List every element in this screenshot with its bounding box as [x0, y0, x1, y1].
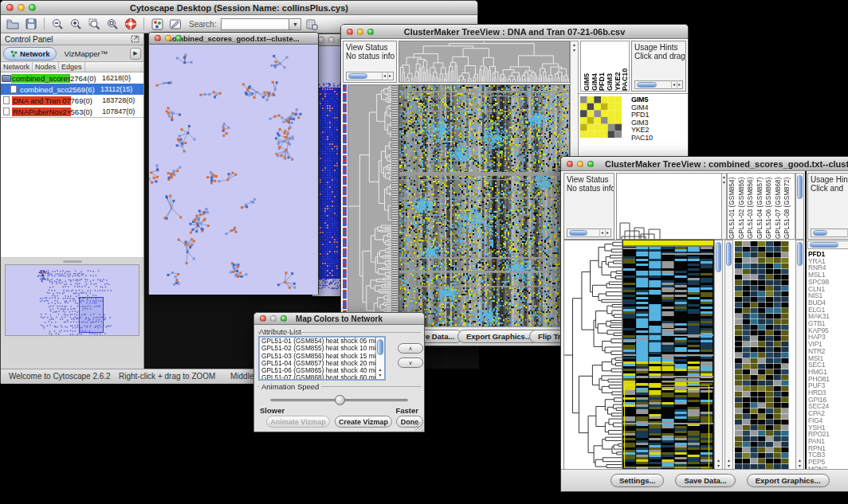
experiment-label[interactable]: GPL51-04 (GSM857) — [756, 174, 766, 239]
column-gene-label[interactable]: GIM3 — [606, 41, 614, 91]
column-gene-label[interactable]: PFD1 — [598, 41, 606, 91]
combined-zoom-heatmap[interactable] — [735, 241, 789, 469]
zoom-left-vscrollbar[interactable]: ▴▾ — [724, 240, 733, 471]
close-button[interactable] — [318, 37, 324, 43]
minimize-button[interactable] — [357, 29, 363, 35]
zoom-button[interactable] — [175, 35, 182, 41]
column-header[interactable]: Nodes — [33, 62, 59, 72]
zoom-button[interactable] — [281, 315, 287, 322]
zoom-fit-icon[interactable] — [104, 17, 120, 32]
view-status-title: View Status — [567, 175, 611, 184]
column-gene-label[interactable]: GIM4 — [591, 41, 599, 91]
zoom-in-icon[interactable] — [68, 17, 84, 32]
row-gene-label[interactable]: PAC10 — [631, 135, 684, 143]
network-titlebar[interactable]: combined_scores_good.txt--cluste... — [149, 33, 318, 45]
network-list-row[interactable]: RNAPuberNov2+ 563(0) 107847(0) — [1, 106, 143, 117]
micro-vscrollbar[interactable]: ▴▾ — [721, 173, 727, 240]
import-table-icon[interactable] — [304, 17, 320, 32]
column-gene-label[interactable]: PAC10 — [621, 41, 629, 91]
experiment-label[interactable]: GPL51-01 (GSM854) — [728, 174, 738, 239]
dna-column-dendrogram[interactable] — [398, 41, 570, 83]
usage-hints-hscrollbar[interactable]: ◂▸ — [634, 80, 683, 89]
zoom-selected-icon[interactable] — [86, 17, 102, 32]
vizmapper-icon[interactable] — [149, 17, 165, 32]
treeview-combined-titlebar[interactable]: ClusterMaker TreeView : combined_scores_… — [561, 157, 848, 171]
zoom-button[interactable] — [367, 29, 374, 35]
move-down-button[interactable]: ∨ — [398, 357, 423, 368]
column-header[interactable]: Edges — [59, 62, 85, 72]
network-list-row[interactable]: DNA and Tran 07 769(0) 183728(0) — [1, 95, 143, 106]
combined-row-dendrogram[interactable] — [563, 240, 622, 471]
combined-column-dendrogram[interactable] — [616, 173, 722, 240]
dna-heatmap[interactable] — [398, 84, 570, 328]
annotation-icon[interactable] — [167, 17, 183, 32]
labels-vscrollbar[interactable] — [795, 173, 804, 240]
zoom-button[interactable] — [29, 4, 36, 11]
export-graphics-button[interactable]: Export Graphics... — [457, 330, 540, 343]
panel-divider-handle[interactable] — [1, 258, 143, 264]
network-list-row[interactable]: combined_sco 2569(6) 13112(15) — [1, 84, 143, 95]
network-list-row[interactable]: combined_scores_ 2764(0) 16218(0) — [1, 72, 143, 84]
experiment-label[interactable]: GPL51-06 (GSM865) — [765, 174, 775, 239]
close-button[interactable] — [6, 4, 14, 11]
dna-zoom-heatmap[interactable] — [580, 96, 622, 138]
column-gene-label[interactable]: GIM5 — [583, 41, 591, 91]
usage-hints-hscrollbar[interactable]: ◂▸ — [811, 229, 848, 237]
column-gene-label[interactable]: YKE2 — [614, 41, 622, 91]
network-edges-count: 13112(15) — [100, 85, 142, 93]
close-button[interactable] — [567, 161, 573, 167]
experiment-label[interactable]: GPL51-03 (GSM856) — [747, 174, 756, 239]
experiment-label[interactable]: GPL51-02 (GSM855) — [738, 174, 748, 239]
network-type-icon — [3, 107, 10, 115]
close-button[interactable] — [155, 35, 161, 41]
main-titlebar[interactable]: Cytoscape Desktop (Session Name: collins… — [1, 1, 477, 15]
tab-overflow-icon[interactable]: ▶ — [130, 48, 141, 60]
close-button[interactable] — [347, 29, 353, 35]
network-name: combined_scores_ — [11, 74, 70, 83]
animate-vizmap-button[interactable]: Animate Vizmap — [266, 416, 330, 428]
attribute-list-vscrollbar[interactable]: ▴▾ — [375, 338, 384, 379]
search-label: Search: — [189, 20, 216, 29]
zoom-out-icon[interactable] — [49, 17, 65, 32]
network-overview-canvas[interactable] — [6, 265, 138, 335]
tab-vizmapper[interactable]: VizMapper™ — [58, 49, 113, 58]
move-up-button[interactable]: ∧ — [398, 343, 423, 354]
slider-thumb[interactable] — [335, 395, 345, 405]
resize-grip[interactable] — [414, 422, 423, 431]
search-input[interactable] — [221, 18, 289, 30]
minimize-button[interactable] — [18, 4, 25, 11]
view-status-text: No status info f — [567, 184, 611, 193]
network-view-canvas[interactable] — [149, 45, 318, 295]
genelist-hscrollbar[interactable]: ◂▸ — [807, 240, 848, 249]
dna-row-dendrogram[interactable] — [347, 84, 392, 328]
column-header[interactable]: Network — [1, 62, 33, 72]
treeview-action-button[interactable]: Save Data... — [675, 474, 735, 487]
create-vizmap-button[interactable]: Create Vizmap — [335, 416, 392, 428]
treeview-action-button[interactable]: Export Graphics... — [747, 474, 830, 487]
tab-network[interactable]: Network — [3, 47, 57, 61]
heatmap-vscrollbar[interactable]: ▴▾ — [714, 240, 723, 471]
treeview-action-button[interactable]: Settings... — [610, 474, 664, 487]
experiment-label[interactable]: GPL51-08 (GSM872) — [783, 174, 793, 239]
animation-speed-slider[interactable] — [270, 399, 408, 401]
float-panel-icon[interactable] — [131, 35, 139, 43]
experiment-label[interactable]: GPL51-07 (GSM868) — [775, 174, 784, 239]
zoom-button[interactable] — [587, 161, 594, 167]
close-button[interactable] — [260, 315, 266, 322]
view-status-hscrollbar[interactable]: ◂▸ — [346, 72, 394, 80]
combined-heatmap[interactable] — [622, 240, 714, 471]
zoom-right-vscrollbar[interactable]: ▴▾ — [795, 240, 804, 471]
minimize-button[interactable] — [328, 37, 335, 43]
attribute-list-item[interactable]: GPL51-07 (GSM868) heat shock 60 min — [261, 374, 384, 381]
view-status-hscrollbar[interactable]: ◂▸ — [567, 229, 611, 237]
minimize-button[interactable] — [165, 35, 171, 41]
open-folder-icon[interactable] — [5, 17, 21, 32]
help-lifebuoy-icon[interactable] — [123, 17, 139, 32]
dialog-titlebar[interactable]: Map Colors to Network — [254, 313, 424, 325]
dna-row-labels-strip — [391, 84, 398, 325]
minimize-button[interactable] — [577, 161, 583, 167]
save-icon[interactable] — [23, 17, 39, 32]
search-dropdown-icon[interactable]: ▼ — [289, 18, 301, 30]
minimize-button[interactable] — [270, 315, 277, 322]
treeview-dna-titlebar[interactable]: ClusterMaker TreeView : DNA and Tran 07-… — [341, 25, 688, 39]
